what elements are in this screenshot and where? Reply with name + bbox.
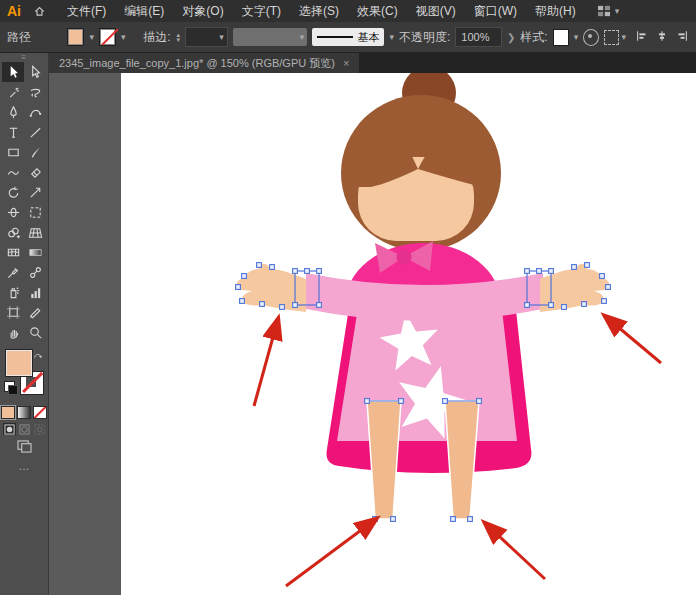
- anchor-point[interactable]: [549, 269, 554, 274]
- anchor-point[interactable]: [582, 302, 587, 307]
- anchor-point[interactable]: [451, 517, 456, 522]
- anchor-point[interactable]: [443, 399, 448, 404]
- anchor-point[interactable]: [585, 263, 590, 268]
- width-profile-dropdown[interactable]: ▾: [233, 28, 308, 46]
- none-button[interactable]: [33, 406, 47, 419]
- line-segment-tool[interactable]: [24, 122, 46, 142]
- anchor-point[interactable]: [600, 274, 605, 279]
- tab-close-icon[interactable]: ×: [343, 57, 349, 69]
- stroke-weight-dropdown[interactable]: ▾: [185, 27, 228, 47]
- leg-right[interactable]: [445, 401, 479, 519]
- selection-tool[interactable]: [2, 62, 24, 82]
- align-left-button[interactable]: [635, 29, 649, 46]
- eyedropper-tool[interactable]: [2, 262, 24, 282]
- rectangle-tool[interactable]: [2, 142, 24, 162]
- select-similar-chevron-icon[interactable]: ▾: [621, 32, 626, 42]
- color-button[interactable]: [1, 406, 15, 419]
- align-right-button[interactable]: [675, 29, 689, 46]
- fill-color-swatch[interactable]: [67, 28, 84, 46]
- anchor-point[interactable]: [537, 269, 542, 274]
- anchor-point[interactable]: [602, 299, 607, 304]
- menu-item-type[interactable]: 文字(T): [233, 3, 290, 20]
- menu-item-window[interactable]: 窗口(W): [465, 3, 526, 20]
- anchor-point[interactable]: [257, 263, 262, 268]
- stroke-chevron-down-icon[interactable]: ▾: [121, 32, 126, 42]
- align-center-button[interactable]: [655, 29, 669, 46]
- anchor-point[interactable]: [236, 285, 241, 290]
- pen-tool[interactable]: [2, 102, 24, 122]
- anchor-point[interactable]: [260, 302, 265, 307]
- anchor-point[interactable]: [525, 269, 530, 274]
- anchor-point[interactable]: [317, 303, 322, 308]
- blend-tool[interactable]: [24, 262, 46, 282]
- free-transform-tool[interactable]: [24, 202, 46, 222]
- anchor-point[interactable]: [240, 299, 245, 304]
- anchor-point[interactable]: [293, 303, 298, 308]
- menu-item-help[interactable]: 帮助(H): [526, 3, 585, 20]
- slice-tool[interactable]: [24, 302, 46, 322]
- anchor-point[interactable]: [572, 265, 577, 270]
- draw-inside-button[interactable]: [33, 423, 46, 435]
- anchor-point[interactable]: [242, 274, 247, 279]
- paintbrush-tool[interactable]: [24, 142, 46, 162]
- column-graph-tool[interactable]: [24, 282, 46, 302]
- select-similar-icon[interactable]: [604, 30, 619, 45]
- anchor-point[interactable]: [562, 305, 567, 310]
- magic-wand-tool[interactable]: [2, 82, 24, 102]
- home-icon[interactable]: [33, 5, 46, 18]
- symbol-sprayer-tool[interactable]: [2, 282, 24, 302]
- menu-item-edit[interactable]: 编辑(E): [115, 3, 173, 20]
- shaper-tool[interactable]: [2, 162, 24, 182]
- eraser-tool[interactable]: [24, 162, 46, 182]
- lasso-tool[interactable]: [24, 82, 46, 102]
- workspace-switcher[interactable]: ▾: [597, 5, 620, 17]
- anchor-point[interactable]: [270, 265, 275, 270]
- hand-tool[interactable]: [2, 322, 24, 342]
- anchor-point[interactable]: [606, 285, 611, 290]
- menu-item-effect[interactable]: 效果(C): [348, 3, 407, 20]
- curvature-tool[interactable]: [24, 102, 46, 122]
- perspective-grid-tool[interactable]: [24, 222, 46, 242]
- recolor-artwork-icon[interactable]: [583, 29, 599, 46]
- width-tool[interactable]: [2, 202, 24, 222]
- anchor-point[interactable]: [293, 269, 298, 274]
- anchor-point[interactable]: [468, 517, 473, 522]
- anchor-point[interactable]: [477, 399, 482, 404]
- fill-chevron-down-icon[interactable]: ▾: [89, 32, 94, 42]
- zoom-tool[interactable]: [24, 322, 46, 342]
- draw-behind-button[interactable]: [18, 423, 31, 435]
- menu-item-file[interactable]: 文件(F): [58, 3, 115, 20]
- gradient-button[interactable]: [17, 406, 31, 419]
- anchor-point[interactable]: [317, 269, 322, 274]
- anchor-point[interactable]: [391, 517, 396, 522]
- anchor-point[interactable]: [280, 305, 285, 310]
- mesh-tool[interactable]: [2, 242, 24, 262]
- rotate-tool[interactable]: [2, 182, 24, 202]
- stroke-color-swatch[interactable]: [99, 28, 116, 46]
- graphic-style-swatch[interactable]: [553, 29, 569, 46]
- pasteboard[interactable]: [49, 73, 696, 595]
- swap-fill-stroke-icon[interactable]: [33, 347, 43, 365]
- toolbar-overflow-button[interactable]: …: [19, 460, 30, 472]
- stroke-weight-stepper[interactable]: ▴▾: [176, 32, 180, 42]
- style-chevron-down-icon[interactable]: ▾: [574, 32, 579, 42]
- draw-normal-button[interactable]: [3, 423, 16, 435]
- anchor-point[interactable]: [365, 399, 370, 404]
- brush-definition-dropdown[interactable]: 基本: [312, 28, 384, 46]
- screen-mode-button[interactable]: [17, 439, 32, 457]
- panel-drag-dots[interactable]: ≡: [21, 53, 27, 62]
- menu-item-object[interactable]: 对象(O): [173, 3, 232, 20]
- brush-chevron-down-icon[interactable]: ▾: [389, 32, 394, 42]
- menu-item-select[interactable]: 选择(S): [290, 3, 348, 20]
- scale-tool[interactable]: [24, 182, 46, 202]
- artboard-tool[interactable]: [2, 302, 24, 322]
- anchor-point[interactable]: [549, 303, 554, 308]
- menu-item-view[interactable]: 视图(V): [407, 3, 465, 20]
- type-tool[interactable]: [2, 122, 24, 142]
- gradient-tool[interactable]: [24, 242, 46, 262]
- fill-indicator[interactable]: [5, 349, 33, 377]
- anchor-point[interactable]: [525, 303, 530, 308]
- shape-builder-tool[interactable]: [2, 222, 24, 242]
- direct-selection-tool[interactable]: [24, 62, 46, 82]
- anchor-point[interactable]: [399, 399, 404, 404]
